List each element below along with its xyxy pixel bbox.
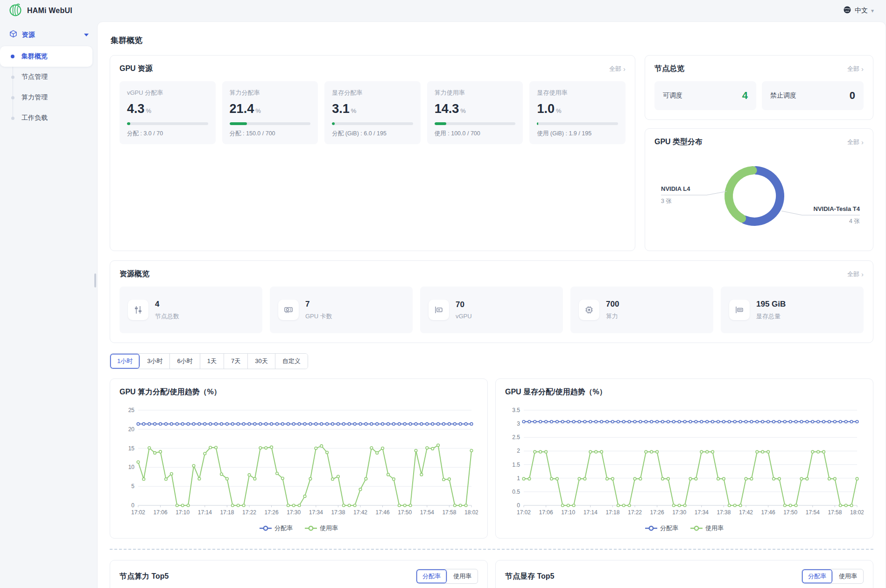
svg-text:17:50: 17:50 [783,509,797,516]
chevron-right-icon: › [861,271,864,278]
svg-text:17:18: 17:18 [220,509,234,516]
legend-item-alloc[interactable]: 分配率 [645,524,678,532]
metric-tile-memory-alloc: 显存分配率 3.1% 分配 (GiB) : 6.0 / 195 [324,81,421,144]
svg-text:17:10: 17:10 [176,509,190,516]
more-label: 全部 [609,65,621,73]
sidebar-group-label: 资源 [22,31,79,39]
svg-text:1: 1 [517,475,520,482]
progress-bar [435,122,516,125]
progress-bar [127,122,208,125]
sidebar-item-workloads[interactable]: 工作负载 [0,108,92,128]
time-tab-30d[interactable]: 30天 [248,354,275,369]
svg-text:17:10: 17:10 [561,509,575,516]
language-selector[interactable]: 中文 ▾ [843,6,874,16]
metric-caption: 分配 (GiB) : 6.0 / 195 [332,130,413,138]
sidebar-item-compute-management[interactable]: 算力管理 [0,87,92,108]
legend-item-alloc[interactable]: 分配率 [260,524,293,532]
time-tab-1d[interactable]: 1天 [200,354,224,369]
cordoned-tile: 禁止调度 0 [762,81,864,110]
gpu-card-icon [278,300,299,320]
cube-icon [9,30,17,40]
chevron-right-icon: › [861,65,864,72]
svg-text:15: 15 [128,445,135,452]
res-value: 4 [155,300,179,309]
sidebar-item-cluster-overview[interactable]: 集群概览 [0,46,92,67]
svg-text:3: 3 [517,420,520,427]
toggle-alloc-rate[interactable]: 分配率 [802,569,833,583]
node-overview-more-link[interactable]: 全部 › [847,65,864,73]
dashed-divider [110,549,873,550]
res-label: 显存总量 [756,312,786,321]
svg-text:17:06: 17:06 [539,509,553,516]
svg-text:17:22: 17:22 [628,509,642,516]
chevron-down-icon: ▾ [871,7,874,14]
resource-overview-more-link[interactable]: 全部 › [847,270,864,279]
schedulable-value: 4 [742,90,748,102]
metric-value: 1.0% [537,102,618,116]
svg-text:17:54: 17:54 [420,509,434,516]
gpu-resources-title: GPU 资源 [120,64,153,74]
svg-text:17:42: 17:42 [353,509,367,516]
svg-text:17:02: 17:02 [131,509,145,516]
more-label: 全部 [847,65,859,73]
sidebar: 资源 集群概览 节点管理 算力管理 工作负载 [0,21,97,588]
svg-text:3.5: 3.5 [512,407,520,413]
node-compute-top5-card: 节点算力 Top5 分配率 使用率 1 gke-kantaloupe-demo-… [110,560,488,588]
more-label: 全部 [847,270,859,279]
time-tab-7d[interactable]: 7天 [224,354,248,369]
top-bar: HAMi WebUI 中文 ▾ [0,0,886,21]
res-label: vGPU [456,313,472,320]
legend-item-util[interactable]: 使用率 [690,524,724,532]
metric-tile-compute-util: 算力使用率 14.3% 使用 : 100.0 / 700 [427,81,523,144]
timeline-dot [11,76,14,79]
cordoned-value: 0 [850,90,855,102]
memory-trend-card: GPU 显存分配/使用趋势（%） 00.511.522.533.517:0217… [495,378,873,539]
donut-label-l4: NVIDIA L4 [661,185,690,192]
donut-label-t4: NVIDIA-Tesla T4 [814,205,860,212]
toggle-alloc-rate[interactable]: 分配率 [416,569,447,583]
toggle-util-rate[interactable]: 使用率 [447,569,478,583]
node-memory-top5-title: 节点显存 Top5 [505,572,554,581]
sidebar-item-node-management[interactable]: 节点管理 [0,67,92,87]
cordoned-label: 禁止调度 [770,91,796,100]
schedulable-label: 可调度 [663,91,682,100]
chart-legend: 分配率 使用率 [505,524,864,532]
time-tab-6h[interactable]: 6小时 [170,354,200,369]
toggle-util-rate[interactable]: 使用率 [833,569,863,583]
resource-overview-card: 资源概览 全部 › 4节点总数 [110,260,873,343]
gpu-type-distribution-card: GPU 类型分布 全部 › NVIDIA L4 3 张 NVIDIA-Tesla… [645,128,873,251]
gpu-type-donut-chart: NVIDIA L4 3 张 NVIDIA-Tesla T4 4 张 [654,150,865,239]
memory-trend-chart: 00.511.522.533.517:0217:0617:1017:1417:1… [505,404,864,521]
brand: HAMi WebUI [8,3,72,19]
svg-text:17:38: 17:38 [717,509,731,516]
chevron-right-icon: › [861,139,864,146]
legend-item-util[interactable]: 使用率 [305,524,338,532]
svg-text:17:22: 17:22 [242,509,256,516]
svg-text:18:02: 18:02 [464,509,478,516]
caret-down-icon [84,34,89,36]
res-tile-vgpu: 70vGPU [420,287,563,333]
svg-text:17:06: 17:06 [154,509,168,516]
gpu-type-title: GPU 类型分布 [654,137,703,147]
sidebar-collapse-handle[interactable] [94,273,96,287]
res-label: 节点总数 [155,312,179,321]
time-tab-1h[interactable]: 1小时 [110,354,140,369]
gpu-resources-more-link[interactable]: 全部 › [609,65,626,73]
sidebar-group-resources[interactable]: 资源 [0,26,97,46]
metric-value: 4.3% [127,102,208,116]
time-range-tabs: 1小时 3小时 6小时 1天 7天 30天 自定义 [110,353,308,369]
svg-text:17:30: 17:30 [672,509,686,516]
memory-icon [729,300,750,320]
globe-icon [843,6,851,16]
res-tile-compute: 700算力 [570,287,713,333]
node-memory-top5-card: 节点显存 Top5 分配率 使用率 1 gke-kantaloupe-demo-… [495,560,873,588]
res-value: 700 [606,300,619,309]
gpu-type-more-link[interactable]: 全部 › [847,138,864,147]
res-value: 70 [456,300,472,309]
time-tab-custom[interactable]: 自定义 [275,354,308,369]
svg-text:17:34: 17:34 [695,509,709,516]
svg-text:18:02: 18:02 [850,509,864,516]
svg-text:0: 0 [131,502,134,509]
time-tab-3h[interactable]: 3小时 [140,354,170,369]
main-panel: 集群概览 GPU 资源 全部 › vGPU 分配率 4.3% 分 [97,21,886,588]
